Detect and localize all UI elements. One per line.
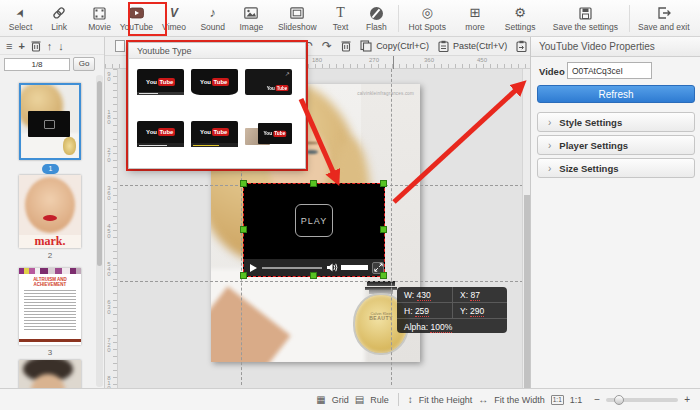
expand-icon: ↗ [285,70,290,77]
resize-handle-se[interactable] [380,272,387,279]
refresh-button[interactable]: Refresh [537,85,695,103]
resize-handle-nw[interactable] [240,180,247,187]
page-thumbnail-2[interactable]: mark. [19,175,81,248]
toolbar-button-flash[interactable]: Flash [357,2,396,35]
resize-handle-n[interactable] [310,180,317,187]
youtube-style-1[interactable]: YouTube [137,69,184,95]
chevron-right-icon: › [548,117,551,128]
toolbar-button-vimeo[interactable]: V Vimeo [155,2,194,35]
copy-button[interactable]: Copy(Ctrl+C) [376,41,429,51]
add-page-icon[interactable]: + [18,38,24,54]
toolbar-button-hot-spots[interactable]: ◎ Hot Spots [401,2,454,35]
grid-toggle[interactable]: Grid [332,395,349,405]
alpha-value: 100% [430,322,452,333]
link-icon [52,5,66,21]
youtube-style-6[interactable]: YouTube [245,123,292,149]
paste-to-icon[interactable] [516,40,527,52]
fit-width-button[interactable]: Fit the Width [494,395,545,405]
youtube-type-popup: Youtube Type YouTube YouTube ↗ YouTube Y… [128,42,306,169]
toolbar-button-sound[interactable]: ♪ Sound [193,2,232,35]
zoom-slider-handle[interactable] [614,395,624,405]
toolbar-button-select[interactable]: ➤ Select [4,2,37,35]
toolbar-button-settings[interactable]: ⚙ Settings [496,2,544,35]
resize-handle-sw[interactable] [240,272,247,279]
size-settings-section[interactable]: › Size Settings [537,158,695,178]
fit-height-icon[interactable]: ↕ [408,394,413,405]
move-page-down-icon[interactable]: ↓ [58,38,64,54]
popup-title: Youtube Type [129,43,305,59]
zoom-in-icon[interactable]: + [684,394,690,405]
page-list-icon[interactable]: ≡ [6,38,12,54]
zoom-slider[interactable] [606,398,678,402]
youtube-style-3[interactable]: ↗ YouTube [245,69,292,95]
resize-handle-w[interactable] [240,226,247,233]
object-info-tooltip: W: 430 X: 87 H: 259 Y: 290 Alpha: 100% [397,287,507,333]
youtube-style-4[interactable]: YouTube [137,121,184,147]
height-value: 259 [415,306,429,317]
toolbar-button-save-settings[interactable]: Save the settings [544,2,627,35]
resize-handle-ne[interactable] [380,180,387,187]
redo-icon[interactable]: ↷ [322,38,332,54]
youtube-icon [129,5,144,21]
page-number-input[interactable] [4,58,70,71]
style-settings-section[interactable]: › Style Settings [537,112,695,132]
chevron-right-icon: › [548,163,551,174]
chevron-right-icon: › [548,140,551,151]
player-volume-icon[interactable] [326,262,338,273]
fit-height-button[interactable]: Fit the Height [419,395,473,405]
rule-icon[interactable]: ▤ [355,394,364,405]
player-play-icon[interactable] [250,264,257,272]
image-icon [244,5,258,21]
text-icon: T [336,5,345,21]
page-3-number: 3 [19,348,81,357]
toolbar-button-text[interactable]: T Text [324,2,357,35]
delete-page-icon[interactable] [31,40,41,52]
toolbar-button-slideshow[interactable]: Slideshow [271,2,324,35]
toolbar-button-more[interactable]: ⊞ more [454,2,496,35]
save-floppy-icon [579,5,592,21]
player-settings-section[interactable]: › Player Settings [537,135,695,155]
actual-size-icon[interactable]: 1:1 [551,395,564,405]
youtube-style-2[interactable]: YouTube [191,69,238,95]
canvas-scrollbar[interactable] [522,69,530,388]
page-navigator: Go [0,55,104,73]
thumb1-video-overlay [28,111,70,137]
flipbook-editor-window: ➤ Select Link Movie YouTube V Vimeo ♪ [0,0,700,410]
select-cursor-icon: ➤ [16,5,25,21]
properties-panel-title: YouTube Video Properties [531,37,700,57]
zoom-out-icon[interactable]: − [594,394,600,405]
toolbar-button-save-exit[interactable]: Save and exit [632,2,696,35]
ruler-guide-marker [393,56,394,69]
move-page-up-icon[interactable]: ↑ [47,38,53,54]
player-play-button[interactable]: PLAY [295,204,333,237]
toolbar-button-movie[interactable]: Movie [81,2,118,35]
rule-toggle[interactable]: Rule [370,395,389,405]
guide-line-vertical-right [391,69,392,385]
paste-button[interactable]: Paste(Ctrl+V) [453,41,507,51]
page-thumbnail-1-selected[interactable] [19,83,81,160]
player-volume-bar[interactable] [341,265,368,270]
x-value: 87 [470,290,479,301]
youtube-style-5[interactable]: YouTube [191,121,238,147]
resize-handle-s[interactable] [310,272,317,279]
paste-icon[interactable] [438,40,449,52]
sound-note-icon: ♪ [209,5,216,21]
go-button[interactable]: Go [73,57,95,71]
width-value: 430 [417,290,431,301]
toolbar-button-link[interactable]: Link [37,2,81,35]
toolbar-button-image[interactable]: Image [232,2,271,35]
youtube-player-object[interactable]: PLAY [243,183,385,277]
delete-object-icon[interactable] [341,40,351,52]
exit-icon [657,5,671,21]
fit-width-icon[interactable]: ↔ [478,394,488,405]
flash-icon [370,5,383,21]
toolbar-button-youtube[interactable]: YouTube [118,2,155,35]
copy-icon[interactable] [360,40,372,52]
sidebar-scrollbar[interactable] [96,75,103,387]
video-id-input[interactable] [567,62,652,79]
toolbar-separator [629,5,630,32]
page-thumbnail-3[interactable]: ALTRUISM AND ACHIEVEMENT [19,268,81,345]
resize-handle-e[interactable] [380,226,387,233]
player-progress-bar[interactable] [262,267,322,269]
grid-icon[interactable]: ▦ [316,394,325,405]
